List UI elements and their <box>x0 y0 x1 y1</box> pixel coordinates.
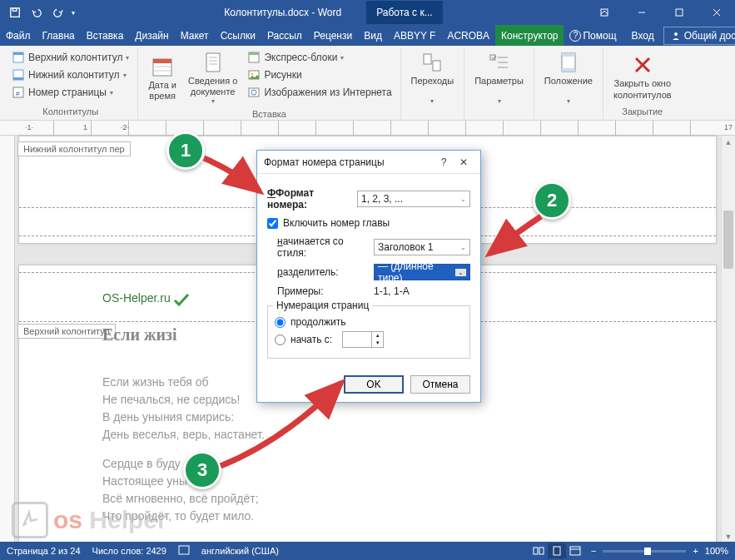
undo-icon[interactable] <box>28 4 45 21</box>
dialog-close-icon[interactable]: ✕ <box>454 156 474 168</box>
radio-continue[interactable]: продолжить <box>275 316 463 328</box>
tab-references[interactable]: Ссылки <box>215 25 261 46</box>
tell-me-search[interactable]: ?Помощ <box>564 27 622 45</box>
start-at-spinner[interactable]: ▲▼ <box>342 331 384 348</box>
svg-rect-36 <box>562 68 575 72</box>
vertical-ruler[interactable] <box>0 136 15 543</box>
zoom-out-icon[interactable]: − <box>591 546 596 556</box>
print-layout-icon[interactable] <box>548 543 566 558</box>
spinner-down-icon[interactable]: ▼ <box>372 339 383 347</box>
number-format-combo[interactable]: 1, 2, 3, ...⌄ <box>357 191 470 207</box>
status-page[interactable]: Страница 2 из 24 <box>7 546 81 556</box>
svg-rect-43 <box>570 547 580 555</box>
document-info-icon <box>201 51 225 74</box>
radio-start-at[interactable]: начать с: ▲▼ <box>275 331 463 348</box>
share-button[interactable]: Общий доступ <box>663 27 735 45</box>
chevron-down-icon: ▾ <box>498 97 501 106</box>
navigation-button[interactable]: Переходы▾ <box>406 49 459 107</box>
ribbon-group-position: Положение▾ <box>534 47 603 120</box>
position-button[interactable]: Положение▾ <box>539 49 598 107</box>
signin-link[interactable]: Вход <box>626 27 660 45</box>
quick-parts-icon <box>247 51 261 64</box>
options-button[interactable]: Параметры▾ <box>469 49 529 107</box>
header-button[interactable]: Верхний колонтитул ▾ <box>8 49 132 66</box>
zoom-in-icon[interactable]: + <box>693 546 698 556</box>
tab-design[interactable]: Дизайн <box>129 25 174 46</box>
page-number-button[interactable]: #Номер страницы ▾ <box>8 84 132 101</box>
read-mode-icon[interactable] <box>529 543 548 558</box>
include-chapter-check-input[interactable] <box>267 218 278 229</box>
chevron-down-icon: ▾ <box>123 72 127 79</box>
spellcheck-icon[interactable] <box>178 545 190 557</box>
chevron-down-icon: ▾ <box>430 97 434 106</box>
qat-dropdown-icon[interactable]: ▾ <box>72 9 75 17</box>
ribbon-group-navigation: Переходы▾ <box>401 47 465 120</box>
tab-acrobat[interactable]: ACROBA <box>441 25 495 46</box>
number-format-label: ФФормат номера:Формат номера: <box>267 187 350 211</box>
svg-rect-18 <box>206 53 220 72</box>
chevron-down-icon: ⌄ <box>455 269 466 276</box>
tab-header-designer[interactable]: Конструктор <box>495 25 564 46</box>
horizontal-ruler[interactable]: ·1· 1 ·2· 17 <box>0 121 735 136</box>
dialog-help-icon[interactable]: ? <box>434 156 454 168</box>
chevron-down-icon: ⌄ <box>460 244 466 251</box>
tab-insert[interactable]: Вставка <box>81 25 130 46</box>
context-tab-header-tools: Работа с к... <box>366 1 443 24</box>
scroll-up-icon[interactable]: ▲ <box>722 136 735 149</box>
tab-view[interactable]: Вид <box>358 25 388 46</box>
footer-first-tag: Нижний колонтитул пер <box>17 141 131 156</box>
pictures-button[interactable]: Рисунки <box>244 67 395 83</box>
group-label <box>469 107 529 121</box>
dialog-titlebar[interactable]: Формат номера страницы ? ✕ <box>257 151 480 174</box>
close-window-icon[interactable] <box>698 0 735 25</box>
tab-home[interactable]: Главна <box>37 25 81 46</box>
page-number-format-dialog: Формат номера страницы ? ✕ ФФормат номер… <box>256 150 481 403</box>
separator-combo[interactable]: — (длинное тире)⌄ <box>374 264 470 280</box>
date-time-button[interactable]: Дата и время <box>143 49 181 107</box>
online-pictures-button[interactable]: Изображения из Интернета <box>244 84 395 101</box>
footer-icon <box>12 68 25 82</box>
online-pictures-icon <box>247 86 261 99</box>
status-language[interactable]: английский (США) <box>201 546 279 556</box>
chapter-style-combo[interactable]: Заголовок 1⌄ <box>374 239 470 255</box>
redo-icon[interactable] <box>50 4 67 21</box>
separator-label: разделитель: <box>267 266 367 278</box>
tab-mailings[interactable]: Рассыл <box>261 25 308 46</box>
ok-button[interactable]: OK <box>344 375 404 394</box>
scroll-thumb[interactable] <box>723 211 733 269</box>
checkmark-icon <box>173 293 190 306</box>
document-title: Колонтитулы.docx - Word <box>224 7 341 18</box>
svg-point-25 <box>251 73 254 76</box>
save-icon[interactable] <box>7 4 23 21</box>
doc-info-button[interactable]: Сведения о документе▾ <box>183 49 242 107</box>
chevron-down-icon: ⌄ <box>460 196 466 203</box>
doc-title: Если жизі <box>102 325 177 344</box>
svg-point-7 <box>674 32 678 36</box>
tab-layout[interactable]: Макет <box>175 25 215 46</box>
tab-review[interactable]: Рецензи <box>308 25 358 46</box>
include-chapter-checkbox[interactable]: Включить номер главы <box>267 217 470 229</box>
chevron-down-icon: ▾ <box>126 54 129 62</box>
ribbon-options-icon[interactable] <box>585 0 623 25</box>
header-icon <box>12 51 25 64</box>
zoom-slider[interactable] <box>603 550 686 553</box>
tab-abbyy[interactable]: ABBYY F <box>388 25 441 46</box>
status-word-count[interactable]: Число слов: 2429 <box>92 546 166 556</box>
tab-file[interactable]: Файл <box>0 25 37 46</box>
spinner-up-icon[interactable]: ▲ <box>372 332 383 339</box>
vertical-scrollbar[interactable]: ▲ ▼ <box>721 136 735 543</box>
svg-rect-23 <box>249 52 259 55</box>
footer-button[interactable]: Нижний колонтитул ▾ <box>8 67 132 83</box>
starts-with-style-label: начинается со стиля: <box>267 235 367 259</box>
svg-text:#: # <box>16 90 20 97</box>
close-header-footer-button[interactable]: Закрыть окно колонтитулов <box>608 49 677 105</box>
maximize-icon[interactable] <box>660 0 698 25</box>
zoom-level[interactable]: 100% <box>705 546 728 556</box>
minimize-icon[interactable] <box>623 0 660 25</box>
web-layout-icon[interactable] <box>566 543 584 558</box>
group-label <box>406 107 459 121</box>
quick-parts-button[interactable]: Экспресс-блоки ▾ <box>244 49 395 66</box>
group-label: Колонтитулы <box>8 105 132 118</box>
cancel-button[interactable]: Отмена <box>410 375 470 394</box>
arrow-1 <box>200 154 266 200</box>
